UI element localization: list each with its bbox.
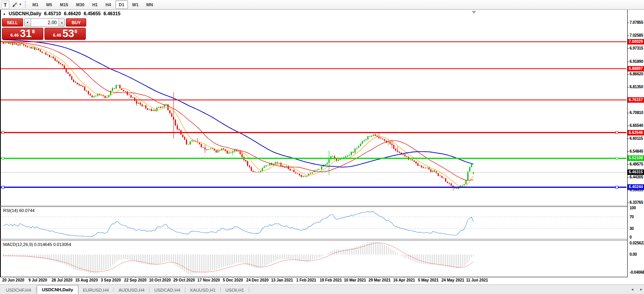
macd-axis-label: 0.00 — [630, 252, 637, 257]
chart-bottom-border — [0, 277, 628, 277]
price-chart-canvas[interactable] — [1, 10, 626, 206]
date-tick-mark — [355, 277, 355, 278]
price-axis-label: 6.81350 — [630, 85, 643, 89]
tab-USDCNH,Daily[interactable]: USDCNH,Daily — [37, 285, 79, 294]
timeframe-W1[interactable]: W1 — [129, 0, 142, 9]
trading-terminal: T ▼ M1M5M15M30H1H4D1W1MN ▲ USDCNH,Daily … — [0, 0, 644, 294]
hline-6.76157[interactable] — [1, 100, 626, 100]
line-handle[interactable] — [616, 157, 618, 160]
timeframe-bar: M1M5M15M30H1H4D1W1MN — [29, 0, 156, 9]
date-axis-label: 13 Jan 2021 — [271, 278, 293, 282]
price-tick-mark — [627, 139, 629, 139]
price-axis-label: 6.60115 — [630, 136, 643, 141]
timeframe-M1[interactable]: M1 — [29, 0, 42, 9]
date-axis-label: 11 Jun 2021 — [466, 278, 488, 282]
volume-decrease-button[interactable]: ▼ — [25, 19, 31, 26]
tab-EURUSD,H4[interactable]: EURUSD,H4 — [78, 286, 113, 294]
date-axis-label: 5 Dec 2020 — [223, 278, 243, 282]
timeframe-M5[interactable]: M5 — [43, 0, 55, 9]
tab-divider — [249, 287, 249, 292]
line-handle[interactable] — [616, 131, 618, 134]
buy-price-pips: 53 — [62, 29, 74, 39]
tab-scroll-right-icon[interactable]: ► — [640, 288, 643, 292]
timeframe-MN[interactable]: MN — [143, 0, 156, 9]
one-click-toggle-icon[interactable]: ▲ — [3, 12, 6, 16]
tab-XAUUSD,H1[interactable]: XAUUSD,H1 — [186, 286, 220, 294]
date-tick-mark — [428, 277, 429, 278]
buy-price-point: 6 — [75, 29, 77, 34]
hline-6.46315[interactable] — [1, 172, 626, 173]
date-tick-mark — [209, 277, 209, 278]
price-badge-6.76157: 6.76157 — [628, 97, 644, 103]
date-tick-mark — [453, 277, 453, 278]
price-axis-label: 6.86620 — [630, 72, 643, 77]
sell-price-button[interactable]: 6.46 31 8 — [2, 28, 43, 40]
date-tick-mark — [13, 277, 14, 278]
chart-tabs: USDCHF,H4USDCNH,DailyEURUSD,H4AUDUSD,H4U… — [2, 285, 250, 294]
price-axis-label: 6.54845 — [630, 149, 643, 154]
tab-divider — [220, 287, 221, 292]
panel-separator — [0, 206, 627, 206]
date-tick-mark — [184, 277, 185, 278]
chart-shift-marker-icon[interactable] — [472, 11, 476, 14]
buy-button[interactable]: BUY — [66, 18, 86, 27]
line-handle[interactable] — [2, 131, 4, 134]
hline-6.88897[interactable] — [1, 68, 626, 69]
tab-scroll-left-icon[interactable]: ◄ — [631, 288, 634, 292]
rsi-axis-label: 30 — [630, 226, 634, 231]
volume-stepper: ▼ ▲ — [24, 18, 65, 27]
volume-increase-button[interactable]: ▲ — [59, 19, 65, 26]
chart-title: ▲ USDCNH,Daily 6.45710 6.46420 6.45655 6… — [3, 11, 122, 16]
price-axis-label: 6.65540 — [630, 123, 643, 128]
price-tick-mark — [627, 190, 629, 191]
line-handle[interactable] — [2, 157, 4, 160]
ohlc-low: 6.45655 — [83, 11, 100, 16]
cursor-tool-button[interactable]: ▼ — [11, 1, 23, 8]
toolbar-separator — [25, 1, 26, 8]
date-tick-mark — [160, 277, 160, 278]
price-badge-6.62646: 6.62646 — [628, 130, 644, 135]
timeframe-H1[interactable]: H1 — [89, 0, 101, 9]
buy-price-button[interactable]: 6.46 53 6 — [44, 28, 86, 40]
price-tick-mark — [627, 113, 629, 113]
volume-input[interactable] — [31, 19, 59, 26]
price-badge-6.46315: 6.46315 — [628, 169, 644, 175]
price-axis-label: 6.44305 — [630, 175, 643, 180]
price-badge-6.40244: 6.40244 — [628, 184, 644, 190]
toolbar: T ▼ M1M5M15M30H1H4D1W1MN — [0, 0, 644, 10]
ohlc-high: 6.46420 — [64, 11, 81, 16]
price-tick-mark — [627, 164, 629, 165]
hline-6.62646[interactable] — [1, 132, 626, 133]
timeframe-M30[interactable]: M30 — [73, 0, 88, 9]
text-tool-button[interactable]: T — [1, 1, 9, 9]
sell-button[interactable]: SELL — [2, 18, 23, 27]
price-tick-mark — [627, 23, 629, 23]
rsi-axis-label: 70 — [630, 215, 634, 219]
hline-6.40244[interactable] — [1, 187, 626, 188]
tab-USOil,H1[interactable]: USOil,H1 — [221, 286, 248, 294]
timeframe-M15[interactable]: M15 — [57, 0, 72, 9]
hline-7.00029[interactable] — [1, 41, 626, 42]
rsi-chart-canvas[interactable] — [1, 207, 626, 239]
date-tick-mark — [233, 277, 233, 278]
timeframe-H4[interactable]: H4 — [102, 0, 114, 9]
price-axis-line — [627, 10, 628, 277]
rsi-label: RSI(14) 60.0744 — [3, 208, 35, 213]
tab-divider — [149, 287, 149, 292]
buy-price-base: 6.46 — [53, 33, 61, 37]
price-axis-label: 6.49575 — [630, 162, 643, 167]
line-handle[interactable] — [616, 186, 618, 189]
tab-AUDUSD,H4[interactable]: AUDUSD,H4 — [114, 286, 149, 294]
price-tick-mark — [627, 151, 629, 152]
panel-separator — [0, 239, 627, 239]
sell-price-point: 8 — [32, 29, 35, 34]
hline-6.52108[interactable] — [1, 158, 626, 159]
timeframe-D1[interactable]: D1 — [115, 0, 128, 9]
tab-USDCHF,H4[interactable]: USDCHF,H4 — [2, 286, 35, 294]
price-badge-7.00029: 7.00029 — [628, 39, 644, 45]
date-axis-label: 24 Dec 2020 — [246, 278, 268, 282]
macd-chart-canvas[interactable] — [1, 241, 626, 277]
line-handle[interactable] — [2, 186, 4, 189]
sell-price-pips: 31 — [20, 29, 32, 39]
tab-USDCAD,H4[interactable]: USDCAD,H4 — [150, 286, 184, 294]
